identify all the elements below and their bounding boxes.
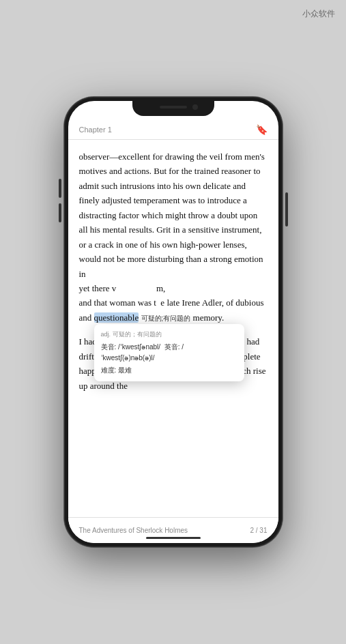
reader-footer: The Adventures of Sherlock Holmes 2 / 31 [68, 517, 278, 543]
side-buttons-left [59, 179, 61, 222]
book-title-footer: The Adventures of Sherlock Holmes [79, 527, 188, 534]
phone-screen: Chapter 1 🔖 observer—excellent for drawi… [68, 101, 278, 543]
tooltip-pos: adj. 可疑的；有问题的 [101, 330, 237, 340]
phone-shell: Chapter 1 🔖 observer—excellent for drawi… [64, 97, 283, 547]
speaker [160, 106, 187, 108]
watermark-text: 小众软件 [302, 8, 335, 20]
notch [132, 101, 214, 116]
bookmark-icon[interactable]: 🔖 [256, 124, 268, 135]
power-button[interactable] [285, 192, 288, 226]
tooltip-difficulty: 难度: 最难 [101, 365, 237, 377]
page-indicator: 2 / 31 [250, 527, 267, 534]
home-indicator[interactable] [146, 537, 201, 539]
reader-header: Chapter 1 🔖 [68, 121, 278, 140]
tooltip-popup: adj. 可疑的；有问题的 美音: /ˈkwestʃənabl/ 英音: /ˈk… [94, 324, 244, 381]
reading-area[interactable]: observer—excellent for drawing the veil … [68, 140, 278, 517]
volume-up-button[interactable] [59, 179, 61, 198]
highlighted-questionable[interactable]: questionable [94, 312, 139, 323]
chapter-title: Chapter 1 [79, 126, 112, 134]
side-buttons-right [285, 192, 288, 226]
tooltip-phonetic-us: 美音: /ˈkwestʃənabl/ 英音: /ˈkwestʃ(ə)nəb(ə)… [101, 342, 237, 364]
volume-down-button[interactable] [59, 203, 61, 222]
chinese-inline: 可疑的;有问题的 [141, 314, 191, 322]
paragraph-1: observer—excellent for drawing the veil … [79, 149, 268, 325]
camera [192, 104, 198, 110]
